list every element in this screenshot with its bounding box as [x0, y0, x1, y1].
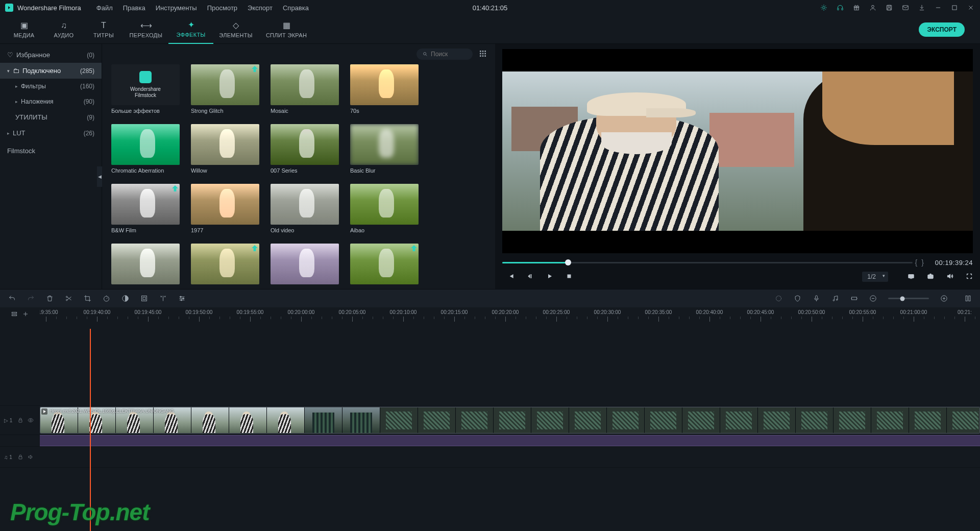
svg-rect-43 [12, 312, 16, 313]
step-back-icon[interactable] [527, 273, 534, 281]
effect-card[interactable]: Strong Glitch [191, 64, 259, 114]
effect-card[interactable]: 1977 [191, 184, 259, 233]
zoom-in-icon[interactable] [940, 295, 948, 302]
account-icon[interactable] [869, 4, 877, 12]
effect-card[interactable] [191, 244, 259, 287]
delete-icon[interactable] [46, 295, 54, 302]
lock-icon[interactable] [17, 417, 23, 423]
shield-icon[interactable] [794, 295, 801, 302]
effect-card[interactable]: 007 Series [271, 124, 339, 174]
effect-card[interactable] [271, 244, 339, 287]
zoom-out-icon[interactable] [869, 295, 877, 302]
effect-card[interactable]: B&W Film [111, 184, 180, 233]
preview-viewport[interactable] [502, 49, 973, 253]
preview-scrubber[interactable] [502, 262, 913, 263]
audio-track-1[interactable]: ♫ 1 [0, 447, 980, 468]
sidebar-collapse-icon[interactable]: ◀ [97, 166, 102, 187]
effect-card[interactable]: WondershareFilmstockБольше эффектов [111, 64, 180, 114]
stop-icon[interactable] [566, 273, 573, 281]
color-icon[interactable] [121, 295, 129, 302]
menu-view[interactable]: Просмотр [202, 4, 242, 12]
video-track-1[interactable]: ▷ 1 Heppi end.2021.WEB-DL.1080p.ELEKTRI4… [0, 406, 980, 435]
audio-track-head[interactable]: ♫ 1 [0, 447, 40, 467]
mark-out-icon[interactable]: } [921, 258, 924, 267]
timeline-ruler[interactable]: 0:19:35:0000:19:40:0000:19:45:0000:19:50… [40, 307, 980, 329]
effect-card[interactable]: Willow [191, 124, 259, 174]
sidebar-connected[interactable]: ▾ 🗀 Подключено (285) [0, 63, 102, 79]
export-button[interactable]: ЭКСПОРТ [919, 22, 965, 37]
save-icon[interactable] [885, 4, 893, 12]
tab-audio[interactable]: ♫АУДИО [44, 15, 84, 44]
menu-file[interactable]: Файл [91, 4, 118, 12]
effect-card[interactable] [350, 244, 419, 287]
tab-transitions[interactable]: ⟷ПЕРЕХОДЫ [124, 15, 168, 44]
timeline-menu-icon[interactable] [964, 295, 972, 302]
effect-card[interactable]: Old video [271, 184, 339, 233]
split-icon[interactable] [65, 295, 72, 302]
gift-icon[interactable] [852, 4, 861, 12]
menu-help[interactable]: Справка [278, 4, 314, 12]
mute-icon[interactable] [28, 454, 34, 460]
adjust-icon[interactable] [159, 295, 167, 302]
effect-card[interactable]: Aibao [350, 184, 419, 233]
tab-media[interactable]: ▣МЕДИА [4, 15, 44, 44]
track-manager-icons[interactable] [0, 307, 40, 329]
zoom-slider[interactable] [888, 298, 929, 299]
sidebar-overlays[interactable]: ▸ Наложения (90) [0, 94, 102, 109]
headphones-icon[interactable] [836, 4, 844, 12]
voiceover-icon[interactable] [813, 295, 820, 302]
sidebar-lut[interactable]: ▸ LUT (26) [0, 125, 102, 141]
audio-mixer-icon[interactable] [831, 295, 839, 302]
sidebar-filmstock[interactable]: Filmstock [0, 143, 102, 159]
download-icon[interactable] [918, 4, 926, 12]
search-input[interactable] [431, 51, 467, 58]
message-icon[interactable] [901, 4, 910, 12]
tips-icon[interactable] [820, 4, 828, 12]
video-clip[interactable]: Heppi end.2021.WEB-DL.1080p.ELEKTRI4KA.U… [40, 407, 980, 433]
fullscreen-icon[interactable] [966, 273, 973, 281]
ruler-label: 00:20:00:00 [288, 309, 315, 315]
svg-rect-1 [838, 8, 839, 10]
playhead[interactable] [90, 329, 91, 531]
settings-icon[interactable] [178, 295, 186, 302]
search-box[interactable] [416, 49, 473, 60]
sidebar-filters[interactable]: ▸ Фильтры (160) [0, 79, 102, 94]
volume-icon[interactable] [946, 273, 953, 281]
tab-split-screen[interactable]: ▦СПЛИТ ЭКРАН [258, 15, 314, 44]
prev-frame-icon[interactable] [507, 273, 514, 281]
effect-card[interactable]: Mosaic [271, 64, 339, 114]
snapshot-icon[interactable] [927, 273, 934, 281]
maximize-icon[interactable] [950, 4, 959, 12]
undo-icon[interactable] [8, 295, 16, 302]
eye-icon[interactable] [28, 417, 34, 423]
menu-export[interactable]: Экспорт [242, 4, 278, 12]
sidebar-utilities-count: (9) [87, 114, 94, 121]
speed-icon[interactable] [103, 295, 110, 302]
video-track-head[interactable]: ▷ 1 [0, 406, 40, 435]
redo-icon[interactable] [27, 295, 35, 302]
close-icon[interactable] [967, 4, 975, 12]
sidebar-utilities[interactable]: УТИЛИТЫ (9) [0, 109, 102, 125]
effect-card[interactable]: 70s [350, 64, 419, 114]
effect-card[interactable]: Basic Blur [350, 124, 419, 174]
minimize-icon[interactable] [934, 4, 942, 12]
tab-elements[interactable]: ◇ЭЛЕМЕНТЫ [213, 15, 258, 44]
marker-icon[interactable] [775, 295, 782, 302]
sidebar-favorites[interactable]: ♡ Избранное (0) [0, 47, 102, 63]
preview-detach-icon[interactable] [908, 273, 915, 281]
play-icon[interactable] [546, 273, 553, 281]
effect-card[interactable] [111, 244, 180, 287]
crop-icon[interactable] [84, 295, 91, 302]
menu-tools[interactable]: Инструменты [151, 4, 202, 12]
tab-titles[interactable]: TТИТРЫ [84, 15, 124, 44]
lock-icon[interactable] [17, 454, 23, 460]
tab-effects[interactable]: ✦ЭФФЕКТЫ [168, 15, 213, 44]
preview-quality-select[interactable]: 1/2 [862, 272, 888, 282]
menu-edit[interactable]: Правка [118, 4, 151, 12]
green-screen-icon[interactable] [140, 295, 148, 302]
effect-card[interactable]: Chromatic Aberration [111, 124, 180, 174]
sidebar-filmstock-label: Filmstock [7, 147, 35, 155]
zoom-fit-icon[interactable] [850, 295, 858, 302]
grid-view-icon[interactable] [479, 50, 487, 59]
mark-in-icon[interactable]: { [915, 258, 917, 267]
